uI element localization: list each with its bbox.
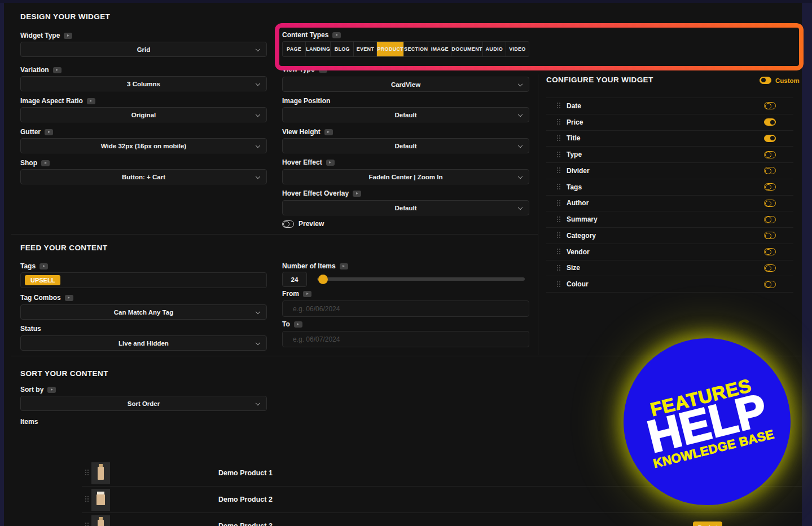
widget-type-select[interactable]: Grid — [20, 42, 267, 57]
configure-field-toggle[interactable] — [764, 281, 776, 288]
drag-handle-icon[interactable] — [557, 249, 561, 255]
shop-value: Button: + Cart — [122, 174, 165, 180]
drag-handle-icon[interactable] — [557, 200, 561, 206]
image-aspect-ratio-select[interactable]: Original — [20, 107, 267, 122]
video-tutorial-icon[interactable] — [39, 263, 48, 269]
content-type-button[interactable]: PRODUCT — [377, 42, 404, 56]
content-type-button[interactable]: DOCUMENT — [451, 42, 482, 56]
to-date-input[interactable] — [282, 331, 529, 347]
drag-handle-icon[interactable] — [557, 232, 561, 238]
number-of-items-value[interactable]: 24 — [282, 272, 307, 287]
configure-field-toggle[interactable] — [764, 216, 776, 223]
chevron-down-icon — [256, 81, 260, 85]
content-type-button[interactable]: AUDIO — [483, 42, 506, 56]
configure-field-toggle[interactable] — [764, 135, 776, 142]
configure-field-label: Type — [567, 151, 582, 158]
view-type-select[interactable]: CardView — [282, 77, 529, 92]
video-tutorial-icon[interactable] — [319, 67, 327, 73]
configure-field-toggle[interactable] — [764, 200, 776, 207]
chevron-down-icon — [256, 143, 260, 147]
video-tutorial-icon[interactable] — [41, 160, 50, 166]
drag-handle-icon[interactable] — [557, 135, 561, 142]
content-type-button[interactable]: PAGE — [283, 42, 306, 56]
tag-combos-select[interactable]: Can Match Any Tag — [20, 304, 267, 320]
drag-handle-icon[interactable] — [85, 470, 89, 476]
video-tutorial-icon[interactable] — [45, 129, 53, 135]
drag-handle-icon[interactable] — [557, 281, 561, 288]
configure-field-toggle[interactable] — [764, 232, 776, 239]
tag-chip-upsell[interactable]: UPSELL — [25, 275, 60, 285]
video-tutorial-icon[interactable] — [65, 295, 73, 301]
configure-field-toggle[interactable] — [764, 102, 776, 109]
content-type-button[interactable]: SECTION — [404, 42, 428, 56]
drag-handle-icon[interactable] — [557, 216, 561, 223]
video-tutorial-icon[interactable] — [326, 160, 335, 166]
view-height-select[interactable]: Default — [282, 138, 529, 153]
tags-input[interactable]: UPSELL — [20, 272, 267, 288]
configure-field-toggle[interactable] — [764, 183, 776, 191]
drag-handle-icon[interactable] — [557, 119, 561, 125]
widget-type-label: Widget Type — [20, 32, 72, 39]
preview-toggle[interactable] — [282, 220, 294, 228]
configure-field-row: Type — [546, 147, 793, 163]
drag-handle-icon[interactable] — [557, 184, 561, 190]
drag-handle-icon[interactable] — [557, 103, 561, 109]
drag-handle-icon[interactable] — [85, 523, 89, 526]
sort-by-select[interactable]: Sort Order — [20, 396, 267, 411]
image-position-select[interactable]: Default — [282, 107, 529, 122]
window-frame-right — [802, 0, 812, 526]
section-divider — [11, 234, 538, 235]
content-type-button[interactable]: IMAGE — [428, 42, 451, 56]
configure-field-toggle[interactable] — [764, 264, 776, 272]
content-type-button[interactable]: BLOG — [331, 42, 354, 56]
configure-field-toggle[interactable] — [764, 167, 776, 174]
gutter-label-text: Gutter — [20, 128, 41, 136]
video-tutorial-icon[interactable] — [47, 387, 56, 393]
video-tutorial-icon[interactable] — [87, 98, 95, 104]
sort-by-value: Sort Order — [128, 400, 160, 407]
hover-effect-label: Hover Effect — [282, 158, 335, 166]
configure-field-label: Author — [567, 199, 589, 207]
content-type-button[interactable]: VIDEO — [506, 42, 529, 56]
video-tutorial-icon[interactable] — [294, 321, 302, 328]
image-position-value: Default — [395, 112, 417, 118]
video-tutorial-icon[interactable] — [332, 32, 341, 38]
variation-select[interactable]: 3 Columns — [20, 76, 267, 91]
hover-effect-select[interactable]: FadeIn Center | Zoom In — [282, 169, 529, 184]
basket-button[interactable]: Basket — [693, 521, 722, 526]
number-of-items-slider-track[interactable] — [317, 277, 525, 281]
image-aspect-ratio-label-text: Image Aspect Ratio — [20, 97, 83, 105]
video-tutorial-icon[interactable] — [303, 291, 311, 297]
configure-field-toggle[interactable] — [764, 118, 776, 126]
number-of-items-slider-knob[interactable] — [318, 275, 328, 284]
video-tutorial-icon[interactable] — [53, 67, 62, 73]
configure-field-label: Date — [567, 102, 581, 110]
configure-field-row: Title — [546, 131, 793, 147]
configure-field-toggle[interactable] — [764, 151, 776, 158]
video-tutorial-icon[interactable] — [64, 33, 72, 39]
gutter-select[interactable]: Wide 32px (16px on mobile) — [20, 138, 267, 153]
configure-section-title: CONFIGURE YOUR WIDGET — [546, 76, 653, 84]
configure-field-label: Category — [567, 232, 596, 240]
shop-select[interactable]: Button: + Cart — [20, 169, 267, 184]
video-tutorial-icon[interactable] — [353, 191, 361, 197]
video-tutorial-icon[interactable] — [340, 263, 348, 269]
custom-toggle-row: Custom — [760, 77, 800, 84]
configure-field-toggle[interactable] — [764, 248, 776, 255]
content-type-button[interactable]: LANDING — [306, 42, 331, 56]
content-type-button[interactable]: EVENT — [354, 42, 377, 56]
drag-handle-icon[interactable] — [557, 167, 561, 174]
configure-field-list: Date Price Title Type — [546, 98, 793, 293]
drag-handle-icon[interactable] — [85, 496, 89, 502]
from-date-input[interactable] — [282, 300, 529, 317]
status-select[interactable]: Live and Hidden — [20, 335, 267, 351]
help-knowledge-base-badge[interactable]: FEATURES HELP KNOWLEDGE BASE — [624, 338, 791, 505]
drag-handle-icon[interactable] — [557, 152, 561, 158]
configure-field-row: Category — [546, 228, 793, 244]
widget-builder-page: DESIGN YOUR WIDGET Widget Type Grid Vari… — [0, 0, 812, 526]
hover-effect-overlay-select[interactable]: Default — [282, 200, 529, 215]
drag-handle-icon[interactable] — [557, 265, 561, 271]
video-tutorial-icon[interactable] — [324, 129, 333, 135]
variation-label-text: Variation — [20, 66, 49, 74]
custom-toggle[interactable] — [760, 77, 771, 84]
